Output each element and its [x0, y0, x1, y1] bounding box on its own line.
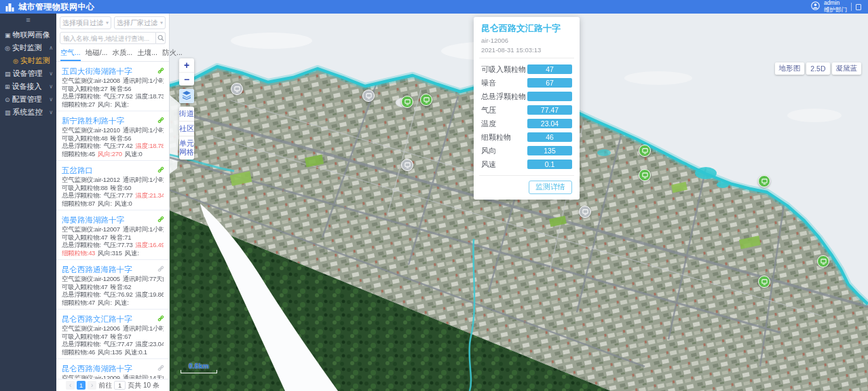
link-status-icon [157, 263, 164, 275]
layers-button[interactable] [179, 89, 194, 103]
station-metrics-line: 总悬浮颗粒物:气压:77.73温度:16.49 [62, 241, 164, 249]
air-station-marker-online[interactable] [817, 255, 829, 267]
link-status-icon [157, 213, 164, 225]
metric-value-pill: 47 [527, 64, 572, 74]
next-page-button[interactable]: › [88, 381, 96, 390]
vendor-filter-placeholder: 选择厂家过滤 [117, 18, 157, 28]
plug-icon: ⊞ [5, 83, 10, 90]
metric-label: 风向 [481, 146, 496, 156]
station-name-link[interactable]: 海晏路海湖路十字 [62, 216, 124, 224]
tab-category[interactable]: 防火... [162, 47, 183, 61]
chevron-down-icon: ∨ [49, 83, 53, 90]
popup-metric-row: 风向135 [481, 144, 572, 157]
station-name-link[interactable]: 五四大街海湖路十字 [62, 67, 132, 75]
page-number-button[interactable]: 1 [77, 381, 86, 390]
system-icon: ▥ [5, 109, 11, 116]
sidebar-item[interactable]: ⊞设备接入∨ [0, 80, 56, 93]
metric-label: 可吸入颗粒物 [481, 64, 526, 75]
metric-label: 温度 [481, 119, 496, 129]
station-metrics-line: 可吸入颗粒物:48噪音:56 [62, 134, 164, 143]
collapse-icon: ≡ [26, 16, 30, 24]
tab-category[interactable]: 地磁/... [86, 47, 108, 61]
caret-down-icon: ▾ [106, 20, 109, 26]
air-station-marker-online[interactable] [420, 94, 432, 106]
map-canvas[interactable]: + − 街道社区单元网格 地形图2.5D凝黛蓝 0.6km 昆仑西路文汇路十字 [170, 14, 868, 391]
station-name-link[interactable]: 新宁路胜利路十字 [62, 117, 124, 125]
popup-divider [479, 58, 574, 58]
air-station-marker-online[interactable] [401, 96, 413, 108]
popup-device-id: air-12006 [481, 37, 572, 44]
goto-page-input[interactable] [114, 381, 126, 390]
station-item[interactable]: 昆仑西路文汇路十字空气监测仪:air-12006通讯时间:1小时前可吸入颗粒物:… [56, 310, 169, 359]
sidebar-item[interactable]: ▤设备管理∨ [0, 67, 56, 80]
air-station-marker-online[interactable] [639, 169, 651, 181]
vendor-filter-select[interactable]: 选择厂家过滤 ▾ [114, 16, 166, 29]
popup-metric-row: 细颗粒物46 [481, 130, 572, 144]
map-controls: + − 街道社区单元网格 [179, 58, 194, 163]
air-station-marker-offline[interactable] [579, 206, 591, 218]
station-item[interactable]: 海晏路海湖路十字空气监测仪:air-12007通讯时间:1小时前可吸入颗粒物:4… [56, 210, 169, 260]
layer-toggle-街道[interactable]: 街道 [179, 107, 194, 121]
air-station-marker-offline[interactable] [362, 90, 375, 102]
user-info[interactable]: admin 维护部门 [824, 0, 847, 14]
sidebar-item[interactable]: ▥系统监控∨ [0, 106, 56, 119]
station-item[interactable]: 五岔路口空气监测仪:air-12012通讯时间:1小时前可吸入颗粒物:88噪音:… [56, 161, 169, 210]
air-station-marker-online[interactable] [758, 276, 770, 288]
station-name-link[interactable]: 昆仑西路海湖路十字 [62, 365, 132, 373]
layer-toggle-社区[interactable]: 社区 [179, 121, 194, 136]
map-style-button[interactable]: 凝黛蓝 [832, 62, 862, 75]
monitor-detail-button[interactable]: 监测详情 [529, 181, 572, 194]
sidebar-collapse-button[interactable]: ≡ [0, 14, 56, 26]
scale-label: 0.6km [181, 362, 217, 370]
air-station-marker-online[interactable] [639, 145, 651, 157]
zoom-out-button[interactable]: − [179, 72, 194, 86]
popup-metric-row: 温度23.04 [481, 117, 572, 130]
map-style-buttons: 地形图2.5D凝黛蓝 [775, 62, 861, 75]
project-filter-select[interactable]: 选择项目过滤 ▾ [60, 16, 111, 29]
search-button[interactable] [156, 32, 166, 44]
metric-value-pill: 135 [527, 146, 572, 155]
map-style-button[interactable]: 2.5D [806, 62, 829, 75]
tab-category[interactable]: 土壤... [137, 47, 157, 61]
goto-label: 前往 [98, 381, 112, 390]
air-station-marker-offline[interactable] [401, 159, 413, 171]
air-station-marker-offline[interactable] [231, 83, 243, 95]
search-input[interactable] [60, 32, 156, 44]
station-name-link[interactable]: 昆仑西路文汇路十字 [62, 315, 132, 323]
sidebar-item[interactable]: ▣物联网画像 [0, 29, 56, 41]
air-station-marker-online[interactable] [758, 175, 770, 187]
station-metrics-line: 细颗粒物:43风向:315风速: [62, 249, 164, 257]
prev-page-button[interactable]: ‹ [66, 381, 75, 390]
metric-value-pill: 46 [527, 132, 572, 142]
station-metrics-line: 可吸入颗粒物:88噪音:60 [62, 184, 164, 192]
chevron-down-icon: ∨ [49, 71, 53, 77]
station-name-link[interactable]: 昆仑西路通海路十字 [62, 265, 132, 274]
sidebar-item[interactable]: ⊙配置管理∨ [0, 93, 56, 106]
pagination: ‹ 1 › 前往 页共 10 条 [56, 379, 169, 391]
station-name-link[interactable]: 五岔路口 [62, 166, 93, 174]
total-label: 页共 10 条 [128, 381, 159, 390]
map-style-button[interactable]: 地形图 [775, 62, 805, 75]
chevron-down-icon: ∨ [49, 109, 53, 115]
image-icon: ▣ [5, 32, 11, 39]
tab-active[interactable]: 空气... [60, 47, 81, 61]
metric-value-pill: 23.04 [527, 119, 572, 128]
caret-down-icon: ▾ [160, 20, 163, 26]
link-status-icon [157, 362, 164, 374]
scale-line [181, 370, 217, 373]
user-avatar-icon[interactable] [811, 1, 820, 13]
station-item[interactable]: 五四大街海湖路十字空气监测仪:air-12008通讯时间:1小时前可吸入颗粒物:… [56, 62, 169, 111]
layer-toggle-单元网格[interactable]: 单元网格 [179, 136, 194, 160]
sidebar-item[interactable]: ◎实时监测∧ [0, 41, 56, 54]
metric-value-pill: 67 [527, 78, 572, 88]
station-metrics-line: 空气监测仪:air-12009通讯时间:14天前 [62, 374, 164, 379]
station-item[interactable]: 新宁路胜利路十字空气监测仪:air-12010通讯时间:1小时前可吸入颗粒物:4… [56, 111, 169, 161]
popup-metric-row: 气压77.47 [481, 103, 572, 117]
station-item[interactable]: 昆仑西路通海路十字空气监测仪:air-12005通讯时间:77天前可吸入颗粒物:… [56, 260, 169, 310]
exit-icon[interactable] [856, 4, 861, 10]
tab-category[interactable]: 水质... [112, 47, 132, 61]
sidebar-subitem[interactable]: ◎实时监测 [0, 54, 56, 67]
popup-title: 昆仑西路文汇路十字 [481, 22, 572, 35]
station-item[interactable]: 昆仑西路海湖路十字空气监测仪:air-12009通讯时间:14天前可吸入颗粒物:… [56, 359, 169, 379]
chevron-up-icon: ∧ [49, 45, 53, 51]
